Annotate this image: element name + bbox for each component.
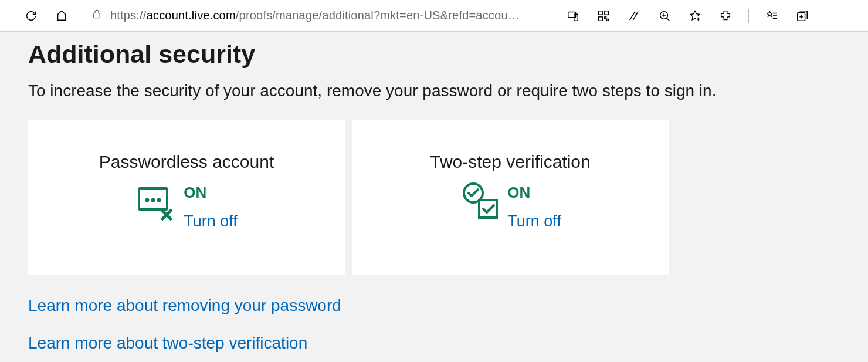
page-title: Additional security	[28, 40, 868, 69]
page-subtitle: To increase the security of your account…	[28, 82, 791, 100]
svg-point-13	[151, 198, 155, 202]
link-learn-passwordless[interactable]: Learn more about removing your password	[28, 296, 868, 315]
svg-rect-1	[568, 12, 576, 17]
toolbar-divider	[748, 9, 749, 23]
favorites-list-icon[interactable]	[764, 8, 779, 23]
chrome-right-icons	[565, 8, 810, 23]
browser-toolbar: https://account.live.com/proofs/manage/a…	[0, 0, 868, 32]
learn-more-links: Learn more about removing your password …	[28, 296, 868, 353]
address-bar[interactable]: https://account.live.com/proofs/manage/a…	[84, 5, 548, 27]
svg-rect-7	[607, 19, 609, 21]
page-content: Additional security To increase the secu…	[0, 32, 868, 353]
qr-icon[interactable]	[596, 8, 611, 23]
passwordless-icon	[135, 180, 178, 222]
svg-rect-5	[599, 16, 602, 20]
card-twostep: Two-step verification ON Turn off	[352, 120, 669, 275]
card-twostep-status: ON	[507, 184, 561, 202]
extensions-icon[interactable]	[718, 8, 733, 23]
collections-icon[interactable]	[795, 8, 810, 23]
security-cards: Passwordless account ON Turn off	[28, 120, 868, 275]
svg-rect-16	[479, 200, 497, 218]
zoom-icon[interactable]	[657, 8, 672, 23]
card-passwordless-status: ON	[184, 184, 238, 202]
svg-rect-6	[605, 16, 606, 18]
svg-rect-4	[605, 11, 608, 14]
read-aloud-icon[interactable]	[626, 8, 642, 23]
twostep-icon	[459, 180, 501, 222]
card-passwordless: Passwordless account ON Turn off	[28, 120, 345, 275]
svg-rect-0	[94, 13, 100, 18]
home-icon[interactable]	[54, 8, 69, 23]
lock-icon	[91, 9, 102, 22]
url-text: https://account.live.com/proofs/manage/a…	[110, 9, 520, 22]
svg-point-14	[157, 198, 161, 202]
device-icon[interactable]	[565, 8, 581, 23]
refresh-icon[interactable]	[23, 8, 39, 23]
svg-point-12	[145, 198, 150, 202]
card-twostep-title: Two-step verification	[430, 152, 590, 172]
card-passwordless-action[interactable]: Turn off	[184, 212, 238, 231]
svg-rect-3	[599, 11, 602, 14]
link-learn-twostep[interactable]: Learn more about two-step verification	[28, 334, 868, 353]
card-passwordless-title: Passwordless account	[99, 152, 274, 172]
favorite-add-icon[interactable]	[687, 8, 703, 23]
card-twostep-action[interactable]: Turn off	[507, 212, 561, 231]
